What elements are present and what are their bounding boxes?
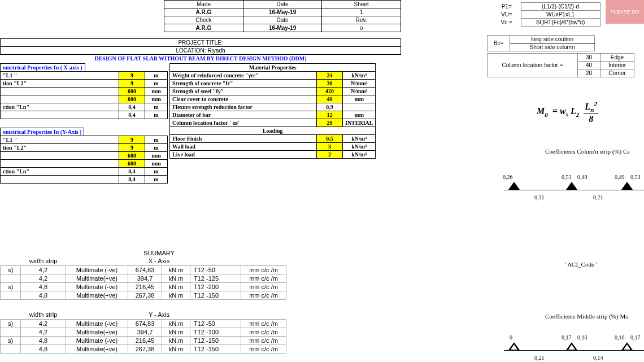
mat-value[interactable]: 420	[317, 88, 343, 95]
load-unit: kN/m²	[343, 143, 376, 151]
prop-value: 8,4	[119, 103, 145, 111]
sum-val: 267,38	[128, 291, 162, 299]
load-label: Wall load	[170, 143, 317, 151]
sheet-label: Sheet	[322, 1, 401, 8]
project-title-row: PROJECT TITLE: LOCATION: Riyadh	[0, 38, 401, 55]
triangle-open-icon	[621, 342, 633, 350]
sum-mult: Multimate(+ve)	[66, 344, 128, 353]
load-value[interactable]: 2	[317, 151, 343, 159]
prop-value[interactable]: 600	[119, 95, 145, 103]
clf-t2: Corner	[601, 69, 634, 77]
coef-ms-label: Coefficients Middle strip (%) Ms	[545, 313, 628, 320]
mat-value[interactable]: 40	[317, 95, 343, 103]
mat-unit: mm	[343, 95, 376, 103]
sum-unit: kN.m	[162, 319, 190, 328]
sum-cc: mm c/c /m	[241, 265, 286, 274]
mat-unit: mm	[343, 111, 376, 119]
clf-label: Column location factor =	[488, 54, 578, 77]
sum-c0	[1, 344, 21, 353]
def-key: P1=	[493, 3, 521, 11]
prop-label: "L1 "	[1, 72, 119, 80]
clf-v0: 30	[578, 54, 601, 62]
y-axis-label: Y - Axis	[128, 311, 190, 319]
material-table: Material Properties Weight of reinforced…	[169, 63, 376, 159]
date1-value: 16-May-19	[243, 8, 321, 16]
mat-value: 0,9	[317, 103, 343, 111]
prop-label	[1, 152, 119, 160]
sum-unit: kN.m	[162, 336, 190, 344]
prop-value[interactable]: 600	[119, 160, 145, 168]
mat-label: Weight of reinforced concrete "γrc"	[170, 72, 317, 80]
ms-d: 0,16	[615, 334, 625, 341]
clf-table: Column location factor = 30 Edge 40Inter…	[487, 53, 634, 77]
sum-mult: Multimate(+ve)	[66, 291, 128, 299]
prop-value[interactable]: 9	[119, 72, 145, 80]
prop-unit: m	[145, 80, 168, 88]
prop-label	[1, 95, 119, 103]
sum-cc: mm c/c /m	[241, 319, 286, 328]
mat-unit	[343, 103, 376, 111]
sum-mult: Multimate(+ve)	[66, 274, 128, 282]
loading-header: Loading	[170, 127, 376, 135]
mat-value[interactable]: 20	[317, 119, 343, 127]
rev-value: o	[322, 24, 401, 32]
cs-mid2: 0,21	[593, 194, 603, 200]
sum-width: 4,8	[21, 291, 66, 299]
please-do-banner: PLEASE DO	[606, 0, 644, 24]
prop-value[interactable]: 9	[119, 144, 145, 152]
date-label2: Date	[243, 16, 321, 24]
sum-bar: T12 -100	[190, 328, 241, 336]
triangle-icon	[566, 182, 577, 190]
load-value[interactable]: 3	[317, 143, 343, 151]
clf-t1: Interior	[601, 62, 634, 69]
mat-value[interactable]: 12	[317, 111, 343, 119]
prop-value[interactable]: 600	[119, 88, 145, 95]
prop-label	[1, 111, 119, 119]
prop-unit: m	[145, 168, 168, 176]
def-val: WUxP1xL1	[521, 11, 600, 19]
x-axis-label: X - Axis	[128, 257, 190, 265]
date-label: Date	[243, 1, 321, 8]
rev-label: Rev.	[322, 16, 401, 24]
location-value: Riyadh	[207, 47, 225, 54]
prop-value[interactable]: 600	[119, 152, 145, 160]
mat-label: Strength of steel "fy"	[170, 88, 317, 95]
prop-value[interactable]: 9	[119, 80, 145, 88]
aci-code-label: ' ACI_Code '	[565, 261, 597, 268]
prop-value: 8,4	[119, 111, 145, 119]
y-props-header: ometrical Properties In (Y-Axis )	[1, 128, 84, 136]
sum-width: 4,2	[21, 265, 66, 274]
check-label: Check	[164, 16, 243, 24]
x-props-table: ometrical Properties In ( X-axis )	[0, 63, 85, 72]
cs-c: 0,49	[577, 174, 588, 180]
mat-unit: INTERIAL	[343, 119, 376, 127]
sum-val: 216,45	[128, 336, 162, 344]
sum-c0	[1, 328, 21, 336]
prop-label: "L1 "	[1, 136, 119, 144]
sum-c0	[1, 291, 21, 299]
triangle-open-icon	[566, 342, 577, 350]
sum-cc: mm c/c /m	[241, 336, 286, 344]
prop-unit: m	[145, 136, 168, 144]
sheet-value: 1	[322, 8, 401, 16]
cs-e: 0,53	[630, 174, 641, 180]
prop-value[interactable]: 9	[119, 136, 145, 144]
sum-mult: Multimate (-ve)	[66, 265, 128, 274]
mat-unit: kN/m³	[343, 72, 376, 80]
sum-unit: kN.m	[162, 274, 190, 282]
sum-c0: s)	[1, 265, 21, 274]
mat-value[interactable]: 30	[317, 80, 343, 88]
summary-title: SUUMARY	[128, 248, 190, 257]
load-label: Floor Finish	[170, 135, 317, 143]
triangle-icon	[508, 182, 520, 190]
clf-v1: 40	[578, 62, 601, 69]
load-value[interactable]: 0,5	[317, 135, 343, 143]
cs-axis	[504, 190, 644, 190]
sum-val: 216,45	[128, 282, 162, 291]
load-unit: kN/m²	[343, 151, 376, 159]
design-method-title: DESIGN OF FLAT SLAB WITHOUT BEAM BY DIRE…	[0, 55, 401, 62]
prop-unit: m	[145, 72, 168, 80]
ms-mid1: 0,21	[534, 355, 545, 361]
mat-value[interactable]: 24	[317, 72, 343, 80]
mat-label: Clear cover to concrete	[170, 95, 317, 103]
